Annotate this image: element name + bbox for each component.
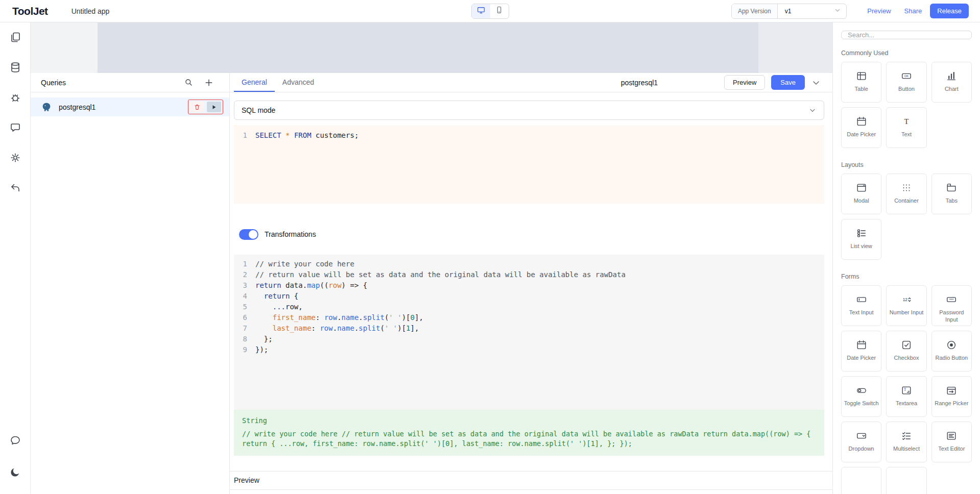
topbar-right: App Version v1 Preview Share Release [731,4,969,19]
widget-card-list-view[interactable]: List view [841,219,881,260]
section-title-commonly-used: Commonly Used [841,50,972,57]
run-query-button[interactable] [207,102,221,112]
app-title[interactable]: Untitled app [71,7,110,15]
widget-card-dropdown[interactable]: Dropdown [841,422,881,462]
widget-card-text[interactable]: TText [886,107,926,148]
code-text: return data.map((row) => { [255,280,367,291]
share-button[interactable]: Share [904,7,922,15]
tab-advanced[interactable]: Advanced [275,73,322,92]
widget-card-tabs[interactable]: Tabs [931,174,972,214]
code-text: ...row, [255,302,303,312]
release-button[interactable]: Release [930,4,969,18]
widget-card-multiselect[interactable]: Multiselect [886,422,926,462]
widget-card-textarea[interactable]: TTextarea [886,376,926,417]
query-save-button[interactable]: Save [771,75,805,90]
svg-text:OK: OK [904,75,909,78]
settings-icon[interactable] [9,151,22,164]
widget-label: Button [897,86,916,93]
code-text: first_name: row.name.split(' ')[0], [255,312,423,323]
desktop-view-button[interactable] [472,4,490,18]
tabs-icon [946,182,957,194]
svg-text:T: T [904,387,906,392]
widget-card-password-input[interactable]: ***Password Input [931,285,972,326]
code-line: 1// write your code here [234,259,824,269]
delete-query-button[interactable] [190,102,204,112]
add-query-icon[interactable] [204,78,214,88]
query-preview-button[interactable]: Preview [724,75,765,90]
widget-card-modal[interactable]: Modal [841,174,881,214]
code-text: }); [255,344,268,355]
app-version-control: App Version v1 [731,4,847,19]
trash-icon [194,104,201,111]
widget-card-container[interactable]: Container [886,174,926,214]
widget-card-radio-button[interactable]: Radio Button [931,331,972,372]
transformations-toggle[interactable] [239,229,258,240]
component-search-input[interactable] [841,31,972,39]
sql-mode-select[interactable]: SQL mode [234,101,824,120]
widget-label: Password Input [932,309,971,324]
collapse-panel-chevron-icon[interactable] [811,78,821,88]
line-number: 5 [234,302,247,312]
line-number: 2 [234,269,247,280]
code-line: 4 return { [234,291,824,302]
widget-card-table[interactable]: Table [841,62,881,103]
widget-grid-forms: Text Input12Number Input***Password Inpu… [841,285,972,462]
widget-label: Text Editor [937,446,966,453]
widget-card-number-input[interactable]: 12Number Input [886,285,926,326]
dark-mode-icon[interactable] [9,465,22,479]
datasources-icon[interactable] [9,61,22,74]
undo-icon[interactable] [9,181,22,194]
widget-label: Container [893,197,920,205]
widget-card-chart[interactable]: Chart [931,62,972,103]
widget-card-date-picker[interactable]: Date Picker [841,107,881,148]
line-number: 9 [234,344,247,355]
app-version-select[interactable]: v1 [778,4,847,18]
widget-card-text-editor[interactable]: Text Editor [931,422,972,462]
widget-card-clipped[interactable] [886,467,926,494]
button-icon: OK [901,70,912,82]
comments-icon[interactable] [9,121,22,134]
widget-label: List view [849,243,874,250]
postgresql-icon [41,102,52,113]
code-line: 8 }; [234,334,824,344]
widget-label: Range Picker [933,400,970,407]
queries-title: Queries [41,79,66,87]
widget-card-toggle-switch[interactable]: Toggle Switch [841,376,881,417]
debugger-icon[interactable] [9,91,22,104]
code-text: return { [255,291,298,302]
sql-query-editor[interactable]: 1SELECT * FROM customers; [234,125,824,204]
line-number: 1 [234,130,247,141]
topbar: ToolJet Untitled app App Version v1 [0,0,980,22]
widget-card-range-picker[interactable]: Range Picker [931,376,972,417]
widget-label: Radio Button [934,355,970,362]
queries-header-icons [184,78,214,88]
widget-card-checkbox[interactable]: Checkbox [886,331,926,372]
app-preview-link[interactable]: Preview [867,7,891,15]
widget-card-date-picker[interactable]: Date Picker [841,331,881,372]
code-text: }; [255,334,273,344]
query-list-item[interactable]: postgresql1 [31,97,229,116]
widget-label: Tabs [944,197,959,205]
widget-card-clipped[interactable] [841,467,881,494]
section-title-forms: Forms [841,273,972,280]
dropdown-icon [856,430,867,442]
widget-card-text-input[interactable]: Text Input [841,285,881,326]
widget-label: Text Input [848,309,875,316]
tab-general[interactable]: General [234,73,275,92]
desktop-icon [476,6,486,17]
help-chat-icon[interactable] [9,434,22,447]
widget-label: Chart [943,86,960,93]
transformations-row: Transformations [239,228,824,240]
mobile-view-button[interactable] [490,4,509,18]
widget-card-button[interactable]: OKButton [886,62,926,103]
queries-list-panel: Queries [31,73,230,494]
line-number: 4 [234,291,247,302]
date-picker-icon [856,339,867,351]
search-icon[interactable] [184,78,194,87]
tooljet-logo: ToolJet [12,5,48,17]
app-canvas[interactable] [31,22,832,73]
pages-icon[interactable] [9,31,22,44]
code-line: 7 last_name: row.name.split(' ')[1], [234,323,824,334]
transformation-code-editor[interactable]: 1// write your code here2// return value… [234,255,824,410]
widget-label: Dropdown [847,446,876,453]
